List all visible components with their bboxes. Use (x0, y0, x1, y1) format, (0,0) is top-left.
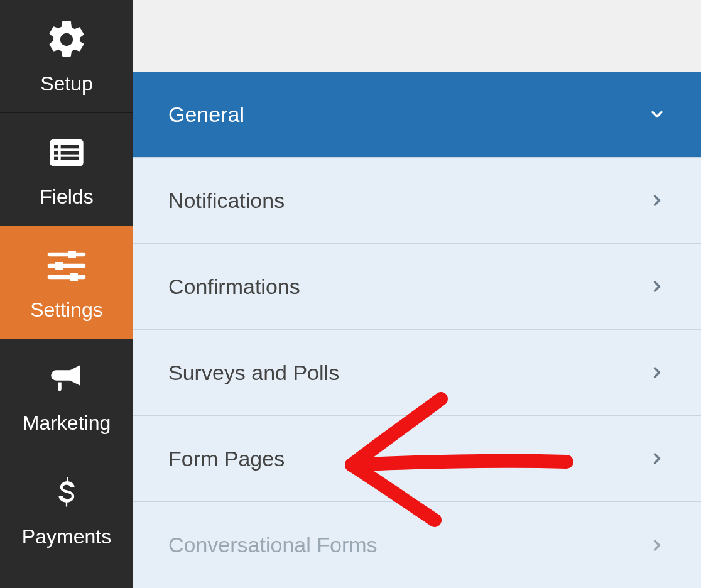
top-spacer (133, 0, 701, 72)
bullhorn-icon (44, 356, 89, 401)
gear-icon (44, 17, 89, 62)
sidebar-item-label: Setup (40, 72, 93, 95)
settings-panel-label: Surveys and Polls (168, 361, 339, 385)
svg-rect-3 (54, 151, 58, 154)
chevron-right-icon (648, 278, 666, 295)
sidebar-item-label: Marketing (23, 411, 111, 435)
settings-panel-label: General (168, 102, 244, 127)
chevron-down-icon (648, 106, 666, 123)
settings-panel-surveys-and-polls[interactable]: Surveys and Polls (133, 330, 701, 416)
settings-panel-list: General Notifications Confirmations (133, 72, 701, 588)
chevron-right-icon (648, 536, 666, 554)
svg-rect-12 (70, 273, 78, 281)
app-root: Setup Fields (0, 0, 701, 588)
sidebar-item-label: Fields (40, 185, 93, 209)
svg-rect-1 (54, 145, 58, 148)
sidebar-item-fields[interactable]: Fields (0, 113, 133, 226)
settings-panel-conversational-forms[interactable]: Conversational Forms (133, 502, 701, 588)
chevron-right-icon (648, 450, 666, 467)
sidebar-item-payments[interactable]: Payments (0, 452, 133, 565)
sidebar-item-label: Payments (22, 525, 111, 548)
settings-panel-form-pages[interactable]: Form Pages (133, 416, 701, 502)
sidebar: Setup Fields (0, 0, 133, 588)
list-icon (44, 130, 89, 175)
sidebar-item-marketing[interactable]: Marketing (0, 339, 133, 452)
settings-panel-label: Confirmations (168, 275, 300, 299)
svg-rect-8 (68, 251, 76, 258)
settings-panel-label: Form Pages (168, 447, 285, 471)
sidebar-item-setup[interactable]: Setup (0, 0, 133, 113)
svg-rect-4 (61, 151, 79, 154)
svg-rect-2 (61, 145, 79, 148)
chevron-right-icon (648, 364, 666, 381)
dollar-icon (44, 470, 89, 515)
sidebar-item-settings[interactable]: Settings (0, 226, 133, 339)
settings-panel-notifications[interactable]: Notifications (133, 158, 701, 244)
settings-panel-confirmations[interactable]: Confirmations (133, 244, 701, 330)
settings-main: General Notifications Confirmations (133, 0, 701, 588)
svg-rect-5 (54, 157, 58, 160)
settings-panel-general[interactable]: General (133, 72, 701, 158)
settings-panel-label: Conversational Forms (168, 533, 378, 557)
svg-rect-10 (55, 262, 63, 270)
sliders-icon (44, 243, 89, 288)
svg-rect-6 (61, 157, 79, 160)
settings-panel-label: Notifications (168, 188, 285, 213)
sidebar-item-label: Settings (30, 298, 103, 322)
chevron-right-icon (648, 192, 666, 209)
